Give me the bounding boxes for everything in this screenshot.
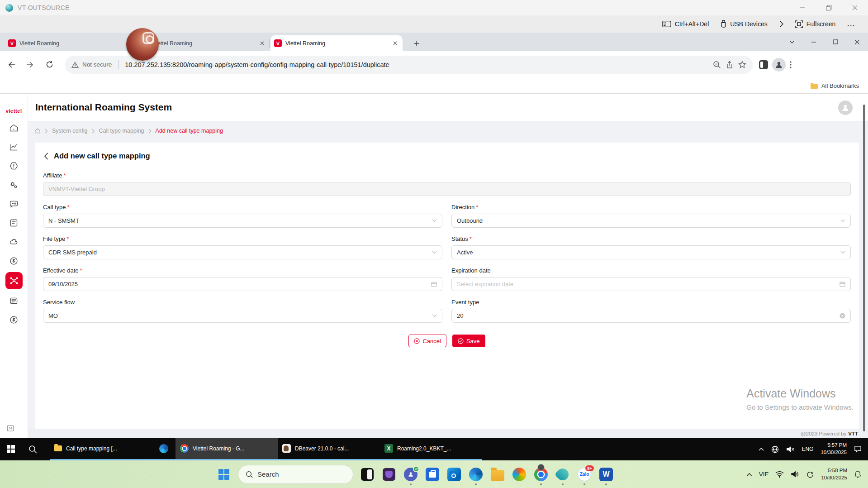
task-edge[interactable] [152, 438, 175, 460]
wifi-icon[interactable] [775, 471, 784, 478]
fullscreen-button[interactable]: Fullscreen [795, 20, 836, 28]
required-asterisk: * [80, 267, 82, 274]
call-type-select[interactable]: N - SMSMT [43, 214, 442, 228]
taskbar-pc-manager[interactable] [555, 467, 570, 482]
bookmark-star-icon[interactable] [738, 61, 746, 69]
tab-close-icon[interactable] [391, 39, 399, 47]
profile-avatar[interactable] [772, 58, 786, 72]
field-event-type: Event type 20 [451, 299, 851, 323]
task-call-type-mapping[interactable]: Call type mapping [... [50, 438, 152, 460]
sidebar-item-messages[interactable] [9, 199, 19, 209]
notification-bell-icon[interactable] [854, 470, 862, 478]
remote-search-button[interactable] [22, 438, 43, 460]
dollar-icon [9, 256, 19, 266]
clear-icon[interactable] [840, 313, 845, 319]
sidebar-item-report-list[interactable] [9, 296, 19, 306]
usb-devices-button[interactable]: USB Devices [721, 20, 767, 28]
task-excel-roaming[interactable]: X Roaming2.0_KBKT_... [380, 438, 482, 460]
share-icon[interactable] [726, 61, 734, 69]
back-chevron-icon[interactable] [44, 153, 48, 160]
save-button[interactable]: Save [452, 335, 485, 347]
sidebar-item-alerts[interactable] [9, 161, 19, 171]
user-avatar[interactable] [838, 100, 853, 115]
tab-viettel-roaming-1[interactable]: V Viettel Roaming [5, 35, 137, 51]
toolbar-expand-chevron[interactable] [779, 21, 783, 27]
fullscreen-icon [795, 20, 803, 28]
status-label: Status [451, 235, 468, 242]
local-language-indicator[interactable]: VIE [759, 471, 769, 478]
network-globe-icon[interactable] [771, 445, 779, 453]
browser-close-button[interactable] [846, 33, 868, 51]
remote-start-button[interactable] [0, 438, 22, 460]
sidebar-item-settings[interactable] [9, 180, 19, 190]
ctrl-alt-del-button[interactable]: Ctrl+Alt+Del [662, 20, 709, 28]
chevron-right-icon [779, 21, 783, 27]
reload-button[interactable] [42, 57, 57, 72]
remote-language-indicator[interactable]: ENG [802, 446, 813, 452]
camera-glyph [142, 32, 154, 44]
event-type-input[interactable]: 20 [451, 309, 851, 323]
taskbar-chrome[interactable] [533, 467, 549, 482]
url-omnibox[interactable]: Not secure 10.207.252.135:8200/roaming-a… [65, 56, 753, 74]
taskbar-copilot[interactable] [512, 467, 527, 482]
chevron-right-icon [92, 129, 95, 134]
browser-maximize-button[interactable] [825, 33, 846, 51]
taskbar-teams[interactable] [403, 467, 418, 482]
service-flow-select[interactable]: MO [43, 309, 442, 323]
new-tab-button[interactable] [411, 38, 422, 49]
direction-select[interactable]: Outbound [451, 214, 851, 228]
back-button[interactable] [4, 57, 19, 72]
speaker-icon[interactable] [791, 471, 799, 478]
forward-button[interactable] [23, 57, 38, 72]
breadcrumb-call-type-mapping[interactable]: Call type mapping [99, 128, 144, 134]
local-start-button[interactable] [216, 467, 232, 482]
browser-menu-icon[interactable] [790, 61, 792, 68]
taskbar-outlook[interactable] [446, 467, 462, 482]
status-select[interactable]: Active [451, 245, 851, 259]
zoom-icon[interactable] [713, 61, 721, 69]
close-button[interactable] [842, 0, 868, 15]
tray-chevron-up-icon[interactable] [746, 473, 752, 476]
file-type-select[interactable]: CDR SMS prepaid [43, 245, 442, 259]
expiration-date-input[interactable]: Select expiration date [451, 277, 851, 291]
home-icon[interactable] [34, 128, 41, 134]
effective-date-input[interactable]: 09/10/2025 [43, 277, 442, 291]
browser-minimize-button[interactable] [803, 33, 825, 51]
sidebar-collapse-button[interactable] [6, 424, 14, 432]
sidebar-item-documents[interactable] [9, 218, 19, 228]
sidebar-item-reports[interactable] [9, 142, 19, 152]
sidebar-item-billing[interactable] [9, 315, 19, 325]
security-status[interactable]: Not secure [71, 61, 112, 68]
sidebar-item-tariff[interactable] [9, 256, 19, 266]
taskbar-edge[interactable] [468, 467, 484, 482]
restore-button[interactable] [816, 0, 842, 15]
sidebar-item-home[interactable] [9, 123, 19, 133]
battery-saver-icon[interactable] [806, 471, 814, 478]
sidebar-item-system-config-active[interactable] [5, 272, 23, 289]
local-clock[interactable]: 5:58 PM 10/30/2025 [821, 467, 847, 481]
taskbar-file-explorer[interactable] [490, 467, 505, 482]
all-bookmarks-button[interactable]: All Bookmarks [821, 82, 859, 89]
toolbar-more-button[interactable]: ... [847, 20, 855, 28]
taskbar-purple-app[interactable] [381, 467, 397, 482]
tab-close-icon[interactable] [258, 39, 266, 47]
tray-chevron-up-icon[interactable] [759, 447, 764, 451]
minimize-button[interactable] [789, 0, 816, 15]
taskbar-panel-app[interactable] [360, 467, 375, 482]
taskbar-search-box[interactable]: Search [238, 465, 353, 484]
notification-icon[interactable] [854, 445, 862, 453]
page-scrollbar[interactable] [863, 105, 865, 431]
taskbar-word[interactable]: W [598, 467, 614, 482]
sidebar-item-cloud[interactable] [9, 237, 19, 247]
side-panel-icon[interactable] [759, 60, 768, 69]
muted-speaker-icon[interactable] [786, 446, 794, 453]
task-dbeaver[interactable]: DBeaver 21.0.0 - cal... [278, 438, 380, 460]
remote-clock[interactable]: 5:57 PM 10/30/2025 [821, 442, 847, 456]
tab-search-chevron[interactable] [781, 33, 803, 51]
cancel-button[interactable]: Cancel [408, 335, 446, 347]
breadcrumb-system-config[interactable]: System config [52, 128, 88, 134]
tab-viettel-roaming-3-active[interactable]: V Viettel Roaming [270, 35, 403, 51]
task-viettel-roaming-chrome[interactable]: Viettel Roaming - G... [175, 438, 278, 460]
taskbar-store[interactable] [425, 467, 440, 482]
taskbar-zalo[interactable]: Zalo5+ [577, 467, 592, 482]
